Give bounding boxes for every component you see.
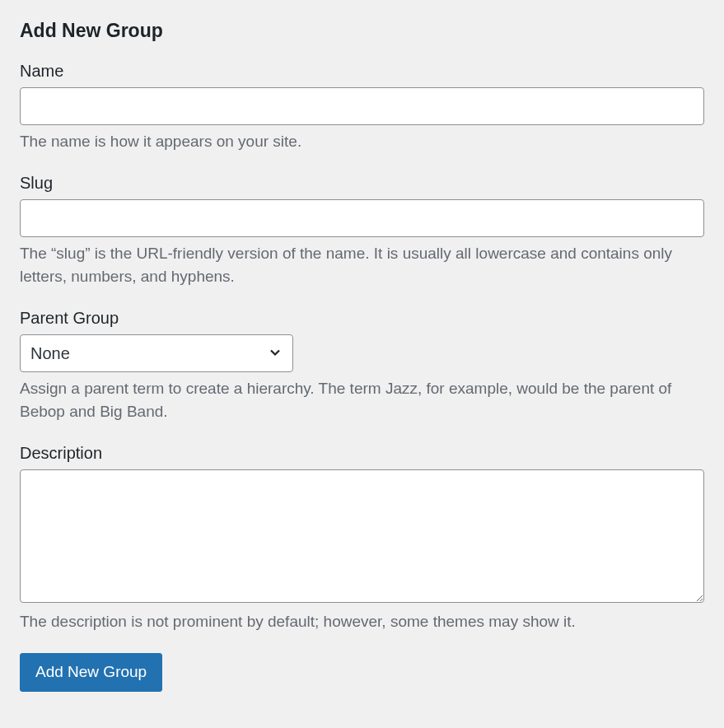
slug-input[interactable]: [20, 199, 704, 237]
add-new-group-form: Add New Group Name The name is how it ap…: [20, 20, 704, 692]
parent-label: Parent Group: [20, 309, 704, 328]
description-helper-text: The description is not prominent by defa…: [20, 610, 704, 634]
parent-field-group: Parent Group None Assign a parent term t…: [20, 309, 704, 424]
slug-label: Slug: [20, 174, 704, 193]
slug-helper-text: The “slug” is the URL-friendly version o…: [20, 242, 704, 289]
name-label: Name: [20, 62, 704, 81]
form-heading: Add New Group: [20, 20, 704, 42]
name-input[interactable]: [20, 87, 704, 125]
parent-select-wrapper: None: [20, 334, 293, 372]
name-helper-text: The name is how it appears on your site.: [20, 130, 704, 154]
add-new-group-button[interactable]: Add New Group: [20, 653, 162, 692]
slug-field-group: Slug The “slug” is the URL-friendly vers…: [20, 174, 704, 289]
description-field-group: Description The description is not promi…: [20, 444, 704, 634]
description-label: Description: [20, 444, 704, 463]
name-field-group: Name The name is how it appears on your …: [20, 62, 704, 154]
parent-helper-text: Assign a parent term to create a hierarc…: [20, 377, 704, 424]
parent-select[interactable]: None: [20, 334, 293, 372]
description-textarea[interactable]: [20, 469, 704, 603]
